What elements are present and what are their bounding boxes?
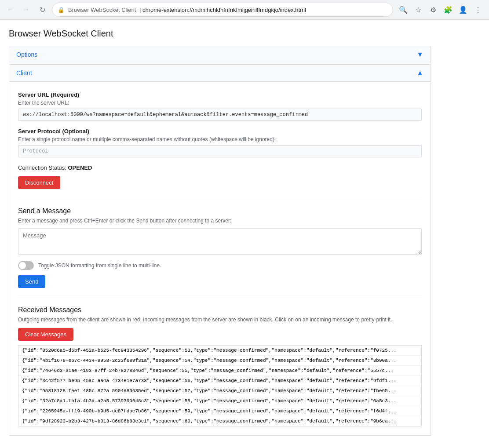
server-url-sublabel: Enter the server URL: [18, 100, 422, 106]
browser-chrome: ← → ↻ 🔒 Browser WebSocket Client | chrom… [0, 0, 489, 20]
received-messages-subtitle: Outgoing messages from the client are sh… [18, 317, 422, 323]
json-toggle-switch[interactable] [18, 261, 34, 270]
back-button[interactable]: ← [4, 4, 17, 16]
message-line[interactable]: {"id":"32a7d8a1-fbfa-4b3a-a2a5-573939964… [18, 396, 421, 406]
messages-log: {"id":"8520d6a5-d5bf-452a-b525-fec943354… [18, 345, 422, 426]
json-toggle-row: Toggle JSON formatting from single line … [18, 261, 422, 270]
received-messages-title: Received Messages [18, 306, 422, 314]
clear-messages-button[interactable]: Clear Messages [18, 328, 73, 341]
server-url-label: Server URL (Required) [18, 91, 422, 98]
server-url-input[interactable] [18, 109, 422, 121]
message-textarea[interactable] [18, 228, 422, 255]
toolbar-icons: 🔍 ☆ ⚙ 🧩 👤 ⋮ [397, 3, 485, 16]
connection-status: Connection Status: OPENED [18, 164, 422, 171]
page-title: Browser WebSocket Client [9, 29, 431, 39]
search-icon-btn[interactable]: 🔍 [397, 3, 410, 16]
server-protocol-label: Server Protocol (Optional) [18, 128, 422, 135]
message-line[interactable]: {"id":"74646d3-31ae-4193-87ff-24b7827834… [18, 366, 421, 376]
options-section-header[interactable]: Options ▼ [9, 46, 431, 63]
extension-icon-btn[interactable]: ⚙ [427, 3, 440, 16]
menu-icon-btn[interactable]: ⋮ [471, 3, 485, 16]
address-bar-text: Browser WebSocket Client | chrome-extens… [68, 7, 387, 13]
message-line[interactable]: {"id":"2265945a-ff19-490b-b9d5-dc87fdae7… [18, 406, 421, 416]
toggle-slider [18, 261, 34, 270]
options-section-title: Options [16, 51, 37, 58]
message-line[interactable]: {"id":"4b1f1679-e67c-4434-9958-2c33f689f… [18, 356, 421, 366]
send-message-title: Send a Message [18, 207, 422, 215]
bookmark-icon-btn[interactable]: ☆ [412, 3, 425, 16]
reload-button[interactable]: ↻ [36, 4, 48, 16]
client-chevron-icon: ▲ [416, 69, 423, 77]
lock-icon: 🔒 [58, 7, 65, 13]
client-section-body: Server URL (Required) Enter the server U… [9, 83, 431, 436]
client-section-title: Client [16, 69, 32, 76]
server-protocol-group: Server Protocol (Optional) Enter a singl… [18, 128, 422, 157]
send-button[interactable]: Send [18, 275, 45, 288]
send-message-subtitle: Enter a message and press Ctrl+Enter or … [18, 218, 422, 224]
server-url-group: Server URL (Required) Enter the server U… [18, 91, 422, 121]
message-line[interactable]: {"id":"9df28923-b2b3-427b-b013-86d86b83c… [18, 416, 421, 426]
forward-button[interactable]: → [20, 4, 33, 16]
browser-toolbar: ← → ↻ 🔒 Browser WebSocket Client | chrom… [0, 0, 489, 19]
disconnect-button[interactable]: Disconnect [18, 176, 60, 189]
url-text: chrome-extension://mdmlhchldhfnfnkfmljge… [142, 7, 306, 13]
server-protocol-input[interactable] [18, 145, 422, 157]
server-protocol-sublabel: Enter a single protocol name or multiple… [18, 136, 422, 142]
message-line[interactable]: {"id":"95318128-fae1-485c-872a-5904e8963… [18, 386, 421, 396]
page-content: Browser WebSocket Client Options ▼ Clien… [0, 20, 440, 448]
client-section-header[interactable]: Client ▲ [9, 64, 431, 82]
avatar-icon-btn[interactable]: 👤 [456, 3, 470, 16]
section-divider [18, 198, 422, 198]
connection-status-label: Connection Status: [18, 164, 66, 171]
section-divider-2 [18, 297, 422, 297]
site-name-label: Browser WebSocket Client [68, 7, 136, 13]
address-bar: 🔒 Browser WebSocket Client | chrome-exte… [52, 3, 393, 17]
message-line[interactable]: {"id":"3c42f577-be95-45ac-aa4a-4734e1e7a… [18, 376, 421, 386]
options-chevron-icon: ▼ [416, 51, 423, 58]
connection-status-value: OPENED [68, 164, 92, 171]
json-toggle-label: Toggle JSON formatting from single line … [38, 262, 161, 269]
message-line[interactable]: {"id":"8520d6a5-d5bf-452a-b525-fec943354… [18, 346, 421, 356]
puzzle-icon-btn[interactable]: 🧩 [442, 3, 455, 16]
